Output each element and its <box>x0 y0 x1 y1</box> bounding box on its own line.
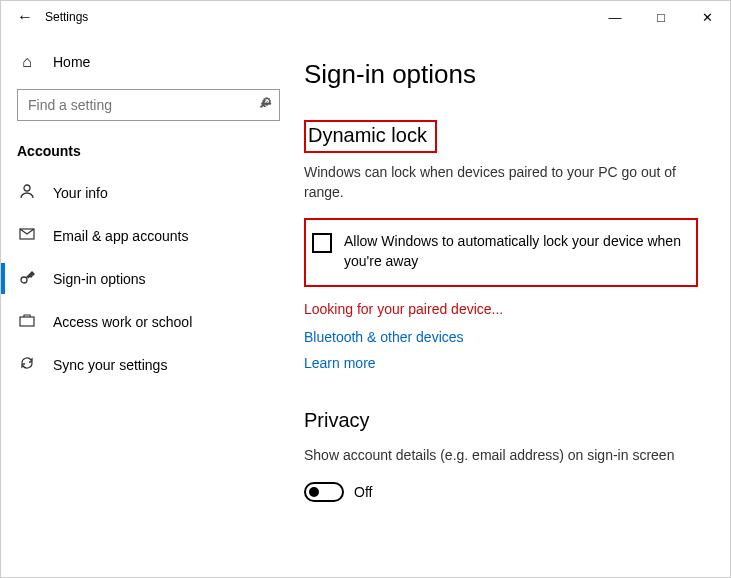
minimize-button[interactable]: — <box>592 1 638 33</box>
person-icon <box>17 183 37 202</box>
back-button[interactable]: ← <box>9 8 41 26</box>
sidebar-item-your-info[interactable]: Your info <box>1 171 296 214</box>
dynamic-lock-checkbox-label: Allow Windows to automatically lock your… <box>344 232 688 271</box>
svg-rect-3 <box>20 317 34 326</box>
dynamic-lock-description: Windows can lock when devices paired to … <box>304 163 698 202</box>
key-icon <box>17 269 37 288</box>
dynamic-lock-checkbox[interactable] <box>312 233 332 253</box>
sidebar-nav: Your info Email & app accounts Sign-in o… <box>1 171 296 386</box>
sync-icon <box>17 355 37 374</box>
briefcase-icon <box>17 312 37 331</box>
sidebar: ⌂ Home ➔ 🔎︎ Accounts Your info <box>1 33 296 577</box>
privacy-toggle-row: Off <box>304 482 698 502</box>
home-icon: ⌂ <box>17 53 37 71</box>
privacy-heading: Privacy <box>304 409 370 432</box>
privacy-description: Show account details (e.g. email address… <box>304 446 698 466</box>
search-box: ➔ 🔎︎ <box>17 89 280 121</box>
sidebar-item-email-accounts[interactable]: Email & app accounts <box>1 214 296 257</box>
titlebar: ← Settings — □ ✕ <box>1 1 730 33</box>
privacy-toggle[interactable] <box>304 482 344 502</box>
sidebar-item-label: Sign-in options <box>53 271 146 287</box>
sidebar-group-title: Accounts <box>1 121 296 171</box>
pairing-status: Looking for your paired device... <box>304 301 698 317</box>
mail-icon <box>17 226 37 245</box>
sidebar-item-label: Sync your settings <box>53 357 167 373</box>
svg-point-0 <box>24 185 30 191</box>
search-input[interactable] <box>17 89 280 121</box>
sidebar-home[interactable]: ⌂ Home <box>1 45 296 79</box>
close-button[interactable]: ✕ <box>684 1 730 33</box>
maximize-button[interactable]: □ <box>638 1 684 33</box>
privacy-toggle-label: Off <box>354 484 372 500</box>
sidebar-item-sync-settings[interactable]: Sync your settings <box>1 343 296 386</box>
bluetooth-devices-link[interactable]: Bluetooth & other devices <box>304 329 698 345</box>
dynamic-lock-checkbox-row[interactable]: Allow Windows to automatically lock your… <box>306 224 694 279</box>
toggle-knob <box>309 487 319 497</box>
sidebar-home-label: Home <box>53 54 90 70</box>
window-controls: — □ ✕ <box>592 1 730 33</box>
page-title: Sign-in options <box>304 59 698 90</box>
sidebar-item-sign-in-options[interactable]: Sign-in options <box>1 257 296 300</box>
sidebar-item-label: Your info <box>53 185 108 201</box>
learn-more-link[interactable]: Learn more <box>304 355 698 371</box>
search-icon: 🔎︎ <box>258 95 272 111</box>
settings-window: ← Settings — □ ✕ ⌂ Home ➔ 🔎︎ Accounts <box>0 0 731 578</box>
window-body: ⌂ Home ➔ 🔎︎ Accounts Your info <box>1 33 730 577</box>
sidebar-item-access-work-school[interactable]: Access work or school <box>1 300 296 343</box>
dynamic-lock-heading: Dynamic lock <box>308 124 427 147</box>
sidebar-item-label: Email & app accounts <box>53 228 188 244</box>
main-content: Sign-in options Dynamic lock Windows can… <box>296 33 730 577</box>
window-title: Settings <box>41 10 88 24</box>
sidebar-item-label: Access work or school <box>53 314 192 330</box>
